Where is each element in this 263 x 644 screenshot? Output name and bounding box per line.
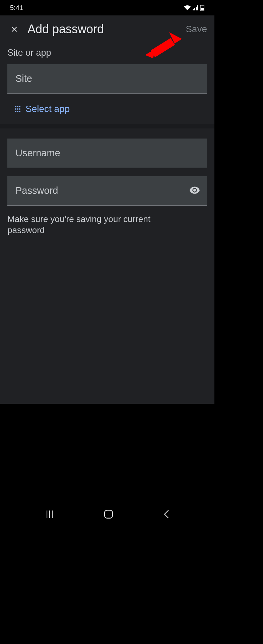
close-icon bbox=[10, 25, 19, 34]
svg-rect-0 bbox=[193, 9, 194, 10]
home-button[interactable] bbox=[104, 510, 113, 520]
svg-point-8 bbox=[17, 106, 18, 107]
svg-point-7 bbox=[15, 106, 16, 107]
save-button[interactable]: Save bbox=[186, 24, 207, 35]
page-title: Add password bbox=[27, 22, 186, 36]
password-placeholder: Password bbox=[15, 185, 58, 196]
site-field-label: Site or app bbox=[7, 48, 207, 58]
svg-point-15 bbox=[19, 111, 20, 112]
android-nav-bar bbox=[0, 505, 214, 525]
site-placeholder: Site bbox=[15, 73, 32, 84]
svg-point-9 bbox=[19, 106, 20, 107]
recents-icon bbox=[45, 511, 54, 518]
status-time: 5:41 bbox=[10, 4, 23, 12]
toggle-password-visibility-button[interactable] bbox=[190, 186, 200, 195]
recents-button[interactable] bbox=[45, 511, 54, 519]
select-app-label: Select app bbox=[25, 104, 70, 114]
svg-rect-1 bbox=[194, 8, 195, 10]
app-header: Add password Save bbox=[0, 15, 214, 43]
svg-rect-20 bbox=[49, 511, 50, 518]
password-helper-text: Make sure you're saving your current pas… bbox=[7, 214, 175, 236]
svg-point-13 bbox=[15, 111, 16, 112]
signal-icon bbox=[193, 5, 198, 10]
svg-rect-6 bbox=[201, 8, 204, 11]
back-button[interactable] bbox=[163, 510, 169, 520]
select-app-button[interactable]: Select app bbox=[7, 94, 207, 124]
svg-point-11 bbox=[17, 108, 18, 110]
svg-point-10 bbox=[15, 108, 16, 110]
apps-grid-icon bbox=[15, 106, 21, 112]
wifi-icon bbox=[184, 5, 191, 10]
username-placeholder: Username bbox=[15, 148, 60, 159]
svg-rect-2 bbox=[196, 7, 197, 10]
site-input[interactable]: Site bbox=[7, 64, 207, 94]
svg-rect-3 bbox=[197, 5, 198, 10]
svg-point-14 bbox=[17, 111, 18, 112]
battery-icon bbox=[200, 5, 204, 11]
password-input[interactable]: Password bbox=[7, 176, 207, 206]
eye-icon bbox=[190, 186, 200, 194]
status-icons-group bbox=[184, 5, 204, 11]
svg-rect-21 bbox=[52, 511, 53, 518]
status-bar: 5:41 bbox=[0, 0, 214, 15]
home-icon bbox=[104, 510, 113, 519]
back-icon bbox=[163, 510, 169, 519]
close-button[interactable] bbox=[9, 23, 20, 35]
svg-rect-22 bbox=[105, 510, 113, 518]
section-divider bbox=[0, 124, 214, 128]
svg-rect-19 bbox=[47, 511, 47, 518]
username-input[interactable]: Username bbox=[7, 139, 207, 168]
svg-point-12 bbox=[19, 108, 20, 110]
